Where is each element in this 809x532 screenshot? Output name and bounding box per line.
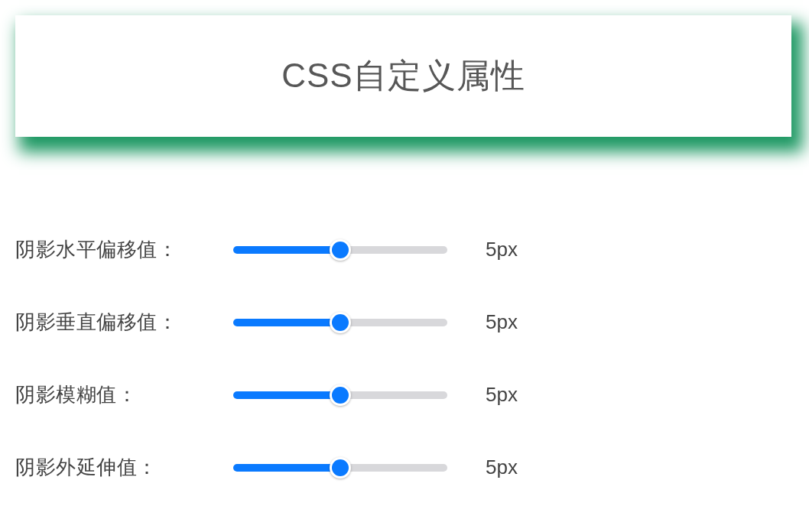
slider-wrapper (233, 391, 447, 399)
title-card: CSS自定义属性 (15, 15, 791, 137)
shadow-horizontal-offset-row: 阴影水平偏移值： 5px (15, 236, 794, 263)
shadow-vertical-offset-row: 阴影垂直偏移值： 5px (15, 309, 794, 336)
shadow-spread-label: 阴影外延伸值： (15, 454, 218, 481)
shadow-vertical-offset-value: 5px (486, 310, 518, 334)
shadow-horizontal-offset-slider[interactable] (233, 246, 447, 254)
shadow-spread-value: 5px (486, 456, 518, 479)
slider-wrapper (233, 246, 447, 254)
shadow-blur-row: 阴影模糊值： 5px (15, 381, 794, 408)
slider-wrapper (233, 464, 447, 472)
shadow-spread-slider[interactable] (233, 464, 447, 472)
shadow-blur-value: 5px (486, 383, 518, 407)
shadow-vertical-offset-slider[interactable] (233, 319, 447, 326)
shadow-spread-row: 阴影外延伸值： 5px (15, 454, 794, 481)
page-title: CSS自定义属性 (31, 54, 776, 99)
slider-controls: 阴影水平偏移值： 5px 阴影垂直偏移值： 5px 阴影模糊值： 5px 阴影外… (15, 236, 794, 481)
shadow-vertical-offset-label: 阴影垂直偏移值： (15, 309, 218, 336)
slider-wrapper (233, 319, 447, 326)
shadow-blur-slider[interactable] (233, 391, 447, 399)
shadow-blur-label: 阴影模糊值： (15, 381, 218, 408)
shadow-horizontal-offset-label: 阴影水平偏移值： (15, 236, 218, 263)
shadow-horizontal-offset-value: 5px (486, 238, 518, 261)
